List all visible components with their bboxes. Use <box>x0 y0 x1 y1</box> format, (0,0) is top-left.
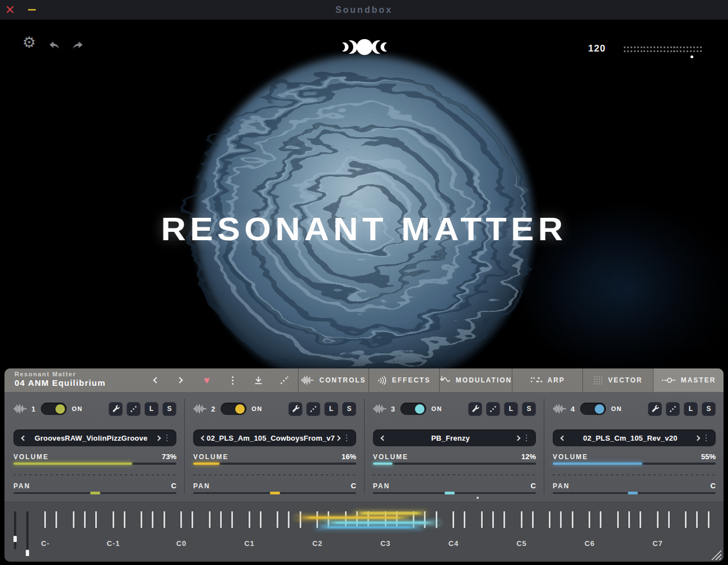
window-minimize-button[interactable] <box>28 9 36 11</box>
favorite-button[interactable]: ♥ <box>200 374 213 386</box>
pan-thumb[interactable] <box>445 492 455 494</box>
kebab-menu-icon <box>706 437 707 439</box>
pan-slider[interactable] <box>373 492 536 494</box>
detach-button[interactable] <box>278 374 290 386</box>
key-tick <box>260 511 262 528</box>
chevron-right-icon[interactable] <box>695 435 701 441</box>
heart-icon: ♥ <box>204 375 210 385</box>
solo-button[interactable]: S <box>522 402 536 416</box>
strip-preset-menu-button[interactable] <box>342 429 352 446</box>
key-tick <box>55 511 57 528</box>
key-tick <box>657 511 659 528</box>
pan-thumb[interactable] <box>270 492 280 494</box>
volume-slider[interactable] <box>373 463 536 465</box>
tab-master[interactable]: MASTER <box>653 368 724 392</box>
chevron-right-icon[interactable] <box>515 435 521 441</box>
strip-preset-menu-button[interactable] <box>162 429 172 446</box>
strip-preset-menu-button[interactable] <box>701 429 711 446</box>
power-toggle[interactable] <box>580 403 606 415</box>
volume-label: VOLUME <box>373 453 408 461</box>
volume-slider[interactable] <box>193 463 356 465</box>
preset-prev-button[interactable] <box>149 374 161 386</box>
slider-icon <box>661 377 676 384</box>
keyboard-strip[interactable]: C-C-1C0C1C2C3C4C5C6C7 <box>4 502 724 562</box>
resize-handle[interactable] <box>711 550 721 560</box>
key-tick <box>84 511 86 528</box>
pitch-wheel-handle[interactable] <box>13 536 17 542</box>
preset-next-button[interactable] <box>175 374 187 386</box>
power-label: ON <box>611 405 622 412</box>
volume-fill <box>13 463 132 465</box>
tab-modulation[interactable]: MODULATION <box>439 368 512 392</box>
tab-controls[interactable]: CONTROLS <box>298 368 368 392</box>
kebab-menu-icon <box>526 437 528 439</box>
strip-preset-menu-button[interactable] <box>521 429 531 446</box>
expand-dots-icon <box>489 405 497 413</box>
power-toggle[interactable] <box>41 403 67 415</box>
edit-button[interactable] <box>109 402 123 416</box>
window-close-button[interactable] <box>6 6 14 13</box>
waveform-icon <box>373 404 386 414</box>
tempo-value[interactable]: 120 <box>581 43 613 54</box>
solo-button[interactable]: S <box>702 402 716 416</box>
preset-group-label: Resonant Matter <box>15 371 106 377</box>
volume-value: 55% <box>701 452 716 461</box>
edit-button[interactable] <box>468 402 482 416</box>
tab-arp[interactable]: ARP <box>512 368 582 392</box>
preset-actions: ♥ <box>149 368 290 392</box>
strip-preset-selector[interactable]: 02_PLS_Am_105_CowboysFrom_v7 <box>193 429 356 446</box>
edit-button[interactable] <box>288 402 302 416</box>
key-tick <box>436 511 437 528</box>
power-toggle[interactable] <box>400 403 426 415</box>
chevron-right-icon[interactable] <box>156 435 161 441</box>
mod-wheel-handle[interactable] <box>26 550 30 556</box>
preset-menu-button[interactable] <box>226 374 239 386</box>
tab-effects[interactable]: EFFECTS <box>368 368 439 392</box>
strip-preset-selector[interactable]: 02_PLS_Cm_105_Rev_v20 <box>553 429 716 446</box>
lock-button[interactable]: L <box>504 402 518 416</box>
tab-bar: CONTROLS EFFECTS MODULATION ARP VECTOR M… <box>298 368 724 392</box>
chevron-right-icon[interactable] <box>335 435 341 441</box>
lock-button[interactable]: L <box>144 402 158 416</box>
wrench-icon <box>651 405 659 413</box>
toggle-knob <box>235 404 245 414</box>
pan-thumb[interactable] <box>90 492 100 494</box>
volume-value: 73% <box>162 452 176 461</box>
undo-button[interactable] <box>47 41 61 52</box>
tab-vector[interactable]: VECTOR <box>582 368 653 392</box>
expand-button[interactable] <box>666 402 680 416</box>
key-range-streak <box>354 512 427 515</box>
download-button[interactable] <box>252 374 264 386</box>
pan-thumb[interactable] <box>628 492 638 494</box>
pan-slider[interactable] <box>13 492 176 494</box>
strip-preset-selector[interactable]: PB_Frenzy <box>373 429 536 446</box>
expand-button[interactable] <box>486 402 500 416</box>
strip-preset-selector[interactable]: GroovesRAW_ViolinPizzGroove <box>13 429 176 446</box>
key-tick <box>668 511 670 528</box>
mod-wheel[interactable] <box>26 511 29 549</box>
strip-buttons: L S <box>648 402 716 416</box>
solo-button[interactable]: S <box>162 402 176 416</box>
divider-dashed <box>193 474 356 475</box>
tempo-dot-display <box>624 46 703 48</box>
redo-button[interactable] <box>71 41 85 52</box>
strip-number: 2 <box>211 405 215 413</box>
lock-button[interactable]: L <box>324 402 338 416</box>
lock-button[interactable]: L <box>684 402 698 416</box>
pitch-wheel[interactable] <box>14 511 16 549</box>
volume-slider[interactable] <box>13 463 176 465</box>
edit-button[interactable] <box>648 402 662 416</box>
expand-button[interactable] <box>306 402 320 416</box>
solo-button[interactable]: S <box>342 402 356 416</box>
settings-button[interactable]: ⚙ <box>22 35 36 50</box>
power-toggle[interactable] <box>221 403 246 415</box>
pan-slider[interactable] <box>553 492 716 494</box>
octave-label: C3 <box>380 539 391 548</box>
key-tick <box>164 511 165 528</box>
channel-strip-4: 4 ON L S 02_PLS_Cm_105_Rev_ <box>544 392 724 502</box>
expand-button[interactable] <box>127 402 141 416</box>
octave-label: C0 <box>176 539 187 548</box>
preset-header[interactable]: Resonant Matter 04 ANM Equilibrium ♥ <box>4 368 298 392</box>
pan-slider[interactable] <box>193 492 356 494</box>
volume-slider[interactable] <box>553 463 716 465</box>
